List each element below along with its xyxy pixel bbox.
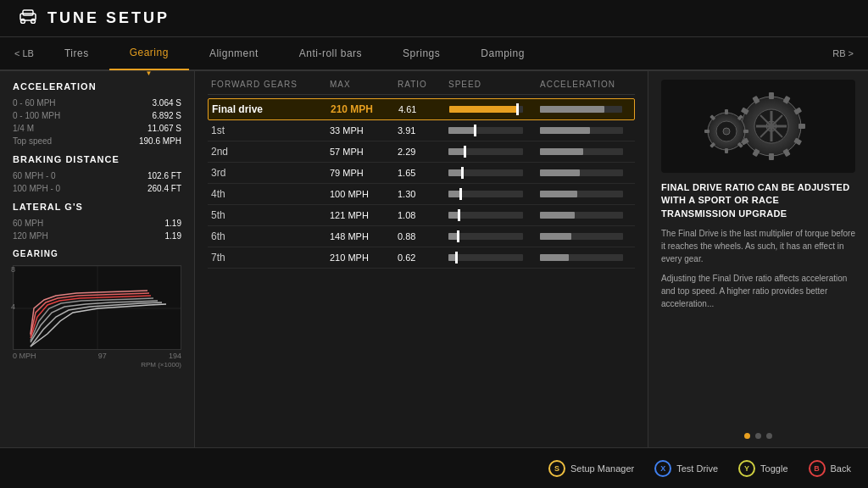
gear-ratio-7th: 0.62	[398, 252, 448, 263]
gear-accel-bar-1st	[540, 127, 632, 134]
stat-100-0-value: 260.4 FT	[147, 184, 181, 193]
test-drive-icon: X	[654, 460, 671, 477]
gear-ratio-1st: 3.91	[398, 125, 448, 136]
svg-point-3	[31, 19, 36, 24]
tab-tires[interactable]: Tires	[44, 36, 109, 70]
acceleration-title: ACCELERATION	[13, 81, 181, 92]
gear-row-5th[interactable]: 5th 121 MPH 1.08	[208, 205, 635, 226]
stat-60-0: 60 MPH - 0 102.6 FT	[13, 169, 181, 182]
gear-accel-bar-7th	[540, 254, 632, 261]
chart-y-label: RPM (×1000)	[13, 361, 181, 369]
stat-0-100: 0 - 100 MPH 6.892 S	[13, 109, 181, 122]
svg-point-31	[723, 128, 730, 135]
chart-x-end: 194	[169, 352, 181, 360]
test-drive-label: Test Drive	[676, 463, 718, 474]
col-gear: FORWARD GEARS	[211, 80, 330, 89]
gear-row-3rd[interactable]: 3rd 79 MPH 1.65	[208, 163, 635, 184]
test-drive-action[interactable]: X Test Drive	[654, 460, 718, 477]
gear-max-final: 210 MPH	[331, 103, 398, 115]
gear-name-3rd: 3rd	[211, 167, 330, 179]
gear-name-2nd: 2nd	[211, 146, 330, 158]
center-panel: FORWARD GEARS MAX RATIO SPEED ACCELERATI…	[195, 71, 648, 447]
svg-rect-13	[769, 92, 774, 99]
chart-y-mid: 4	[11, 302, 15, 311]
stat-60mph-g: 60 MPH 1.19	[13, 217, 181, 230]
gear-speed-bar-7th	[448, 254, 540, 261]
chart-x-start: 0 MPH	[13, 352, 36, 360]
right-panel: FINAL DRIVE RATIO CAN BE ADJUSTED WITH A…	[648, 71, 868, 447]
header: TUNE SETUP	[0, 0, 868, 37]
gear-ratio-4th: 1.30	[398, 189, 448, 199]
gear-row-4th[interactable]: 4th 100 MPH 1.30	[208, 184, 635, 205]
stat-0-100-value: 6.892 S	[153, 111, 181, 120]
gear-row-2nd[interactable]: 2nd 57 MPH 2.29	[208, 141, 635, 163]
stat-top-speed: Top speed 190.6 MPH	[13, 135, 181, 147]
nav-rb[interactable]: RB >	[822, 48, 864, 58]
setup-manager-icon: S	[548, 460, 565, 477]
gearing-chart	[13, 265, 181, 350]
chart-x-mid: 97	[98, 352, 107, 360]
tab-springs[interactable]: Springs	[382, 36, 460, 70]
chart-y-max: 8	[11, 265, 15, 274]
gear-ratio-6th: 0.88	[398, 231, 448, 241]
gear-speed-bar-1st	[448, 127, 540, 134]
gear-max-4th: 100 MPH	[330, 189, 398, 199]
gear-max-5th: 121 MPH	[330, 210, 398, 220]
gear-ratio-final: 4.61	[398, 104, 449, 114]
gear-max-7th: 210 MPH	[330, 252, 398, 263]
gearing-chart-title: GEARING	[13, 249, 181, 258]
stat-0-60-value: 3.064 S	[153, 98, 181, 108]
stat-100-0-label: 100 MPH - 0	[13, 184, 60, 193]
col-ratio: RATIO	[398, 80, 448, 89]
info-text2: Adjusting the Final Drive ratio affects …	[661, 272, 855, 310]
tab-gearing[interactable]: Gearing	[109, 36, 189, 70]
stat-0-60: 0 - 60 MPH 3.064 S	[13, 97, 181, 109]
stat-60-0-value: 102.6 FT	[147, 171, 181, 180]
tab-antiroll[interactable]: Anti-roll bars	[279, 36, 382, 70]
setup-manager-action[interactable]: S Setup Manager	[548, 460, 634, 477]
gear-speed-bar-2nd	[448, 148, 540, 155]
dot-2	[755, 433, 761, 439]
gear-max-2nd: 57 MPH	[330, 147, 398, 157]
dot-1	[744, 433, 750, 439]
gear-accel-bar-3rd	[540, 169, 632, 176]
car-icon	[17, 8, 39, 28]
nav-lb[interactable]: < LB	[4, 48, 44, 58]
gear-name-5th: 5th	[211, 209, 330, 221]
back-action[interactable]: B Back	[809, 460, 851, 477]
gear-row-7th[interactable]: 7th 210 MPH 0.62	[208, 247, 635, 269]
gear-ratio-5th: 1.08	[398, 210, 448, 220]
gear-row-final[interactable]: Final drive 210 MPH 4.61	[208, 98, 635, 120]
stat-top-speed-label: Top speed	[13, 136, 52, 146]
stat-quarter: 1/4 M 11.067 S	[13, 122, 181, 135]
gear-speed-bar-5th	[448, 212, 540, 219]
gear-accel-bar-6th	[540, 233, 632, 240]
gear-image	[661, 80, 855, 173]
page-dots	[661, 426, 855, 439]
gear-row-6th[interactable]: 6th 148 MPH 0.88	[208, 226, 635, 247]
toggle-label: Toggle	[760, 463, 787, 474]
tab-bar: < LB Tires Gearing Alignment Anti-roll b…	[0, 37, 868, 71]
gear-name-final: Final drive	[212, 103, 331, 115]
svg-rect-34	[743, 130, 748, 133]
page-title: TUNE SETUP	[47, 9, 170, 27]
stat-0-100-label: 0 - 100 MPH	[13, 111, 60, 120]
stat-60mph-g-value: 1.19	[165, 219, 181, 228]
stat-quarter-label: 1/4 M	[13, 124, 34, 133]
gear-name-7th: 7th	[211, 252, 330, 263]
chart-x-labels: 0 MPH 97 194	[13, 352, 181, 360]
svg-point-2	[21, 19, 25, 24]
gear-accel-bar-5th	[540, 212, 632, 219]
svg-rect-19	[769, 153, 774, 160]
gear-row-1st[interactable]: 1st 33 MPH 3.91	[208, 120, 635, 141]
toggle-action[interactable]: Y Toggle	[738, 460, 787, 477]
tab-alignment[interactable]: Alignment	[189, 36, 279, 70]
tab-damping[interactable]: Damping	[460, 36, 545, 70]
gear-accel-bar-2nd	[540, 148, 632, 155]
stat-100-0: 100 MPH - 0 260.4 FT	[13, 182, 181, 195]
gear-ratio-2nd: 2.29	[398, 147, 448, 157]
stat-60mph-g-label: 60 MPH	[13, 219, 43, 228]
back-icon: B	[809, 460, 826, 477]
dot-3	[766, 433, 772, 439]
left-panel: ACCELERATION 0 - 60 MPH 3.064 S 0 - 100 …	[0, 71, 195, 447]
